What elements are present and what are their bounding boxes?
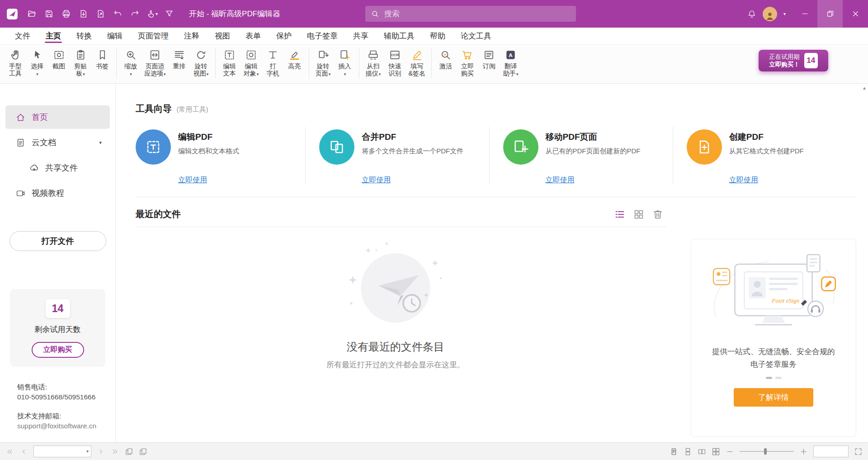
open-file-button[interactable]: 打开文件 <box>9 231 106 251</box>
ribbon-zoom-button[interactable]: 缩放▾ <box>120 47 142 78</box>
ribbon-highlight-button[interactable]: 高亮 <box>284 47 306 71</box>
ribbon-typewriter-button[interactable]: 打字机 <box>262 47 284 78</box>
folder-open-button[interactable] <box>24 5 40 23</box>
undo-button[interactable] <box>109 5 126 23</box>
notifications-bell-icon[interactable] <box>747 9 756 19</box>
clear-recent-trash-icon[interactable] <box>652 209 664 220</box>
zoom-value-box[interactable] <box>813 446 849 457</box>
search-input[interactable] <box>383 9 571 19</box>
print-button[interactable] <box>58 5 74 23</box>
carousel-dot-2[interactable] <box>775 377 782 379</box>
ribbon-ocr-button[interactable]: OCR快速识别 <box>384 47 406 78</box>
ribbon-rotate-pages-button[interactable]: 旋转页面▾ <box>312 47 334 78</box>
ocr-icon: OCR <box>389 49 401 61</box>
sidebar-item-label: 云文档 <box>32 137 56 148</box>
ribbon-screenshot-button[interactable]: 截图 <box>48 47 70 71</box>
facing-view-icon[interactable] <box>698 447 706 456</box>
edit-pdf-use-now-link[interactable]: 立即使用 <box>178 175 207 185</box>
sidebar-item-video-tutorials[interactable]: 视频教程 <box>5 181 110 205</box>
facing-continuous-view-icon[interactable] <box>712 447 720 456</box>
page-number-box[interactable]: ▾ <box>33 446 91 457</box>
menu-tab-page-manage[interactable]: 页面管理 <box>130 28 176 44</box>
ribbon-reflow-button[interactable]: 重排 <box>169 47 190 71</box>
continuous-view-icon[interactable] <box>684 447 692 456</box>
menu-tab-view[interactable]: 视图 <box>207 28 238 44</box>
share-doc-button[interactable] <box>92 5 108 23</box>
sidebar-item-shared-files[interactable]: 共享文件 <box>5 156 110 180</box>
ribbon-activate-button[interactable]: 激活 <box>435 47 457 71</box>
tools-section-title: 工具向导 <box>136 104 172 114</box>
last-page-icon[interactable] <box>111 447 119 456</box>
list-view-icon[interactable] <box>614 209 626 220</box>
redo-icon <box>130 9 140 19</box>
chevron-down-icon[interactable]: ▾ <box>99 140 102 146</box>
merge-pdf-use-now-link[interactable]: 立即使用 <box>362 175 391 185</box>
minimize-button[interactable] <box>792 0 817 28</box>
menu-tab-share[interactable]: 共享 <box>345 28 376 44</box>
ribbon-bookmark-button[interactable]: 书签 <box>91 47 113 71</box>
ribbon-cart-button[interactable]: 立即购买 <box>457 47 478 78</box>
support-email-link[interactable]: support@foxitsoftware.cn <box>17 421 115 431</box>
next-page-icon[interactable] <box>97 447 105 456</box>
menu-tab-comment[interactable]: 注释 <box>176 28 207 44</box>
user-avatar[interactable] <box>763 7 777 21</box>
menu-tab-protect[interactable]: 保护 <box>269 28 299 44</box>
ribbon-subscribe-button[interactable]: 订阅 <box>478 47 500 71</box>
ribbon-separator <box>116 48 117 78</box>
sidebar-item-home[interactable]: 首页 <box>5 105 110 129</box>
learn-more-button[interactable]: 了解详情 <box>734 388 813 407</box>
zoom-slider[interactable] <box>740 448 794 455</box>
cart-icon <box>461 49 473 61</box>
ribbon-select-button[interactable]: 选择▾ <box>26 47 48 78</box>
menu-tab-file[interactable]: 文件 <box>7 28 38 44</box>
global-search[interactable] <box>365 6 576 22</box>
account-caret-icon[interactable]: ▾ <box>783 12 786 16</box>
zoom-in-icon[interactable] <box>799 447 808 456</box>
zoom-slider-thumb[interactable] <box>764 448 767 455</box>
move-pages-use-now-link[interactable]: 立即使用 <box>546 175 575 185</box>
ribbon-clipboard-button[interactable]: 剪贴板▾ <box>70 47 91 78</box>
close-button[interactable] <box>843 0 868 28</box>
ribbon-edit-object-button[interactable]: 编辑对象▾ <box>241 47 262 78</box>
create-pdf-use-now-link[interactable]: 立即使用 <box>729 175 758 185</box>
carousel-dot-1[interactable] <box>766 377 772 379</box>
first-page-icon[interactable] <box>5 447 14 456</box>
prev-page-icon[interactable] <box>19 447 28 456</box>
ribbon-fit-page-button[interactable]: 页面适应选项▾ <box>142 47 169 78</box>
ribbon-insert-pages-button[interactable]: 插入▾ <box>334 47 356 78</box>
trial-banner[interactable]: 正在试用期 立即购买！ 14 <box>759 50 828 71</box>
menu-tab-esign[interactable]: 电子签章 <box>299 28 345 44</box>
zoom-value-input[interactable] <box>816 447 845 455</box>
single-page-view-icon[interactable] <box>670 447 678 456</box>
grid-view-icon[interactable] <box>633 209 645 220</box>
menu-tab-help[interactable]: 帮助 <box>422 28 453 44</box>
export-pdf-button[interactable] <box>75 5 91 23</box>
copy-page-icon[interactable] <box>139 447 147 456</box>
ribbon-hand-button[interactable]: 手型工具 <box>5 47 26 78</box>
ribbon-fill-sign-button[interactable]: 填写&签名 <box>406 47 428 78</box>
snapshot-icon[interactable] <box>125 447 133 456</box>
hand-pointer-button[interactable]: ▾ <box>144 5 160 23</box>
menu-tab-edit[interactable]: 编辑 <box>99 28 130 44</box>
select-icon <box>31 49 43 61</box>
redo-button[interactable] <box>127 5 143 23</box>
ribbon-scanner-button[interactable]: 从扫描仪▾ <box>363 47 384 78</box>
buy-now-button[interactable]: 立即购买 <box>32 342 84 358</box>
restore-button[interactable] <box>817 0 843 28</box>
filter-button[interactable] <box>161 5 177 23</box>
fullscreen-icon[interactable] <box>854 447 863 456</box>
sidebar-item-cloud-docs[interactable]: 云文档▾ <box>5 131 110 154</box>
menu-tab-convert[interactable]: 转换 <box>69 28 99 44</box>
menu-tab-paper-tools[interactable]: 论文工具 <box>453 28 499 44</box>
scrollbar-up-arrow[interactable]: ▲ <box>862 85 867 90</box>
page-number-input[interactable] <box>36 447 86 455</box>
ribbon-rotate-view-button[interactable]: 旋转视图▾ <box>190 47 212 78</box>
zoom-out-icon[interactable] <box>726 447 734 456</box>
menu-tab-form[interactable]: 表单 <box>238 28 269 44</box>
menu-tab-home[interactable]: 主页 <box>38 28 69 44</box>
tool-card-merge-pdf: 合并PDF将多个文件合并生成一个PDF文件立即使用 <box>305 127 489 185</box>
ribbon-translate-button[interactable]: A翻译助手▾ <box>500 47 522 78</box>
ribbon-edit-text-button[interactable]: 编辑文本 <box>219 47 241 78</box>
save-button[interactable] <box>41 5 57 23</box>
menu-tab-accessibility[interactable]: 辅助工具 <box>376 28 422 44</box>
